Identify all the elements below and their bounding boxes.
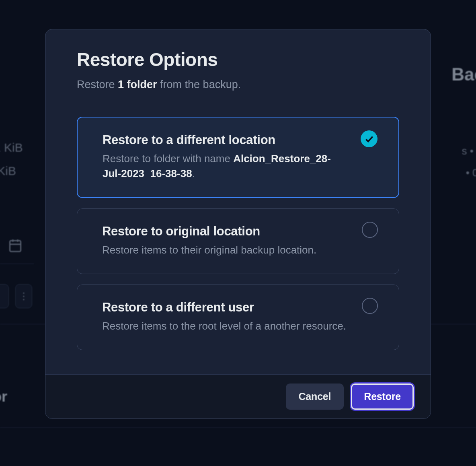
option-content: Restore to original location Restore ite… — [102, 224, 350, 258]
radio-icon — [362, 298, 378, 314]
modal-body: Restore Options Restore 1 folder from th… — [45, 29, 431, 374]
check-icon — [361, 130, 378, 147]
desc-prefix: Restore items to the root level of a ano… — [102, 320, 346, 332]
restore-options-modal: Restore Options Restore 1 folder from th… — [45, 29, 431, 419]
restore-options-group: Restore to a different location Restore … — [77, 117, 399, 350]
option-indicator-unselected — [362, 298, 378, 314]
modal-subtitle: Restore 1 folder from the backup. — [77, 78, 399, 92]
option-description: Restore items to their original backup l… — [102, 243, 350, 258]
option-content: Restore to a different location Restore … — [103, 133, 349, 181]
option-title: Restore to a different user — [102, 300, 350, 315]
option-different-location[interactable]: Restore to a different location Restore … — [77, 117, 399, 198]
cancel-button[interactable]: Cancel — [286, 384, 344, 410]
desc-suffix: . — [192, 167, 195, 179]
option-title: Restore to original location — [102, 224, 350, 239]
option-description: Restore items to the root level of a ano… — [102, 319, 350, 334]
radio-icon — [362, 222, 378, 238]
subtitle-prefix: Restore — [77, 78, 118, 91]
restore-button[interactable]: Restore — [351, 384, 414, 410]
desc-prefix: Restore to folder with name — [103, 153, 233, 165]
modal-overlay: Restore Options Restore 1 folder from th… — [0, 0, 476, 466]
option-indicator-selected — [361, 130, 378, 147]
option-description: Restore to folder with name Alcion_Resto… — [103, 151, 349, 181]
option-original-location[interactable]: Restore to original location Restore ite… — [77, 208, 399, 274]
subtitle-bold: 1 folder — [118, 78, 157, 91]
modal-title: Restore Options — [77, 49, 399, 70]
subtitle-suffix: from the backup. — [157, 78, 241, 91]
option-content: Restore to a different user Restore item… — [102, 300, 350, 334]
option-indicator-unselected — [362, 222, 378, 238]
option-title: Restore to a different location — [103, 133, 349, 147]
option-different-user[interactable]: Restore to a different user Restore item… — [77, 285, 399, 350]
desc-prefix: Restore items to their original backup l… — [102, 244, 316, 256]
modal-footer: Cancel Restore — [45, 374, 431, 419]
